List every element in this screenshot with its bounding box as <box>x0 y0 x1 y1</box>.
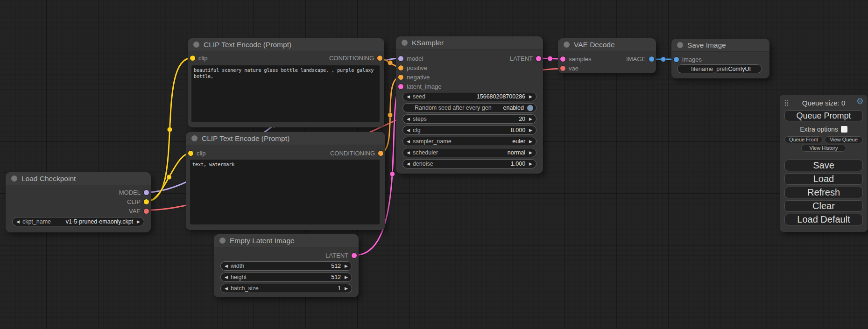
output-port-vae[interactable] <box>144 209 149 214</box>
node-title: CLIP Text Encode (Prompt) <box>204 41 291 49</box>
height-widget[interactable]: ◀ height 512 ▶ <box>220 273 352 282</box>
load-button[interactable]: Load <box>784 173 863 185</box>
width-widget[interactable]: ◀ width 512 ▶ <box>220 261 352 271</box>
node-clip-text-encode-positive[interactable]: CLIP Text Encode (Prompt) clip CONDITION… <box>188 38 384 127</box>
cfg-widget[interactable]: ◀ cfg 8.000 ▶ <box>402 126 536 135</box>
node-title-bar[interactable]: VAE Decode <box>558 38 656 51</box>
extra-options-checkbox[interactable] <box>841 126 847 133</box>
input-port-clip[interactable] <box>188 151 193 156</box>
increment-arrow-icon[interactable]: ▶ <box>529 140 532 144</box>
collapse-dot-icon[interactable] <box>402 40 408 46</box>
positive-prompt-textarea[interactable]: beautiful scenery nature glass bottle la… <box>191 65 380 122</box>
increment-arrow-icon[interactable]: ▶ <box>529 162 532 166</box>
increment-arrow-icon[interactable]: ▶ <box>345 287 348 291</box>
random-seed-widget[interactable]: Random seed after every gen enabled <box>402 103 536 112</box>
node-title-bar[interactable]: Empty Latent Image <box>214 234 359 247</box>
decrement-arrow-icon[interactable]: ◀ <box>407 162 410 166</box>
input-port-vae[interactable] <box>560 66 565 71</box>
collapse-dot-icon[interactable] <box>193 42 199 48</box>
collapse-dot-icon[interactable] <box>191 135 198 141</box>
increment-arrow-icon[interactable]: ▶ <box>529 95 532 99</box>
denoise-widget[interactable]: ◀ denoise 1.000 ▶ <box>402 159 536 168</box>
widget-value: 8.000 <box>511 127 525 133</box>
gear-icon[interactable]: ⚙ <box>856 97 864 105</box>
widget-value: 512 <box>331 263 341 269</box>
queue-prompt-button[interactable]: Queue Prompt <box>784 110 863 121</box>
output-port-model[interactable] <box>144 190 149 195</box>
steps-widget[interactable]: ◀ steps 20 ▶ <box>402 114 536 124</box>
increment-arrow-icon[interactable]: ▶ <box>137 220 140 224</box>
input-port-samples[interactable] <box>560 56 565 62</box>
node-title-bar[interactable]: Load Checkpoint <box>6 172 151 185</box>
input-port-latent-image[interactable] <box>398 84 403 89</box>
load-default-button[interactable]: Load Default <box>784 214 863 225</box>
decrement-arrow-icon[interactable]: ◀ <box>407 151 410 155</box>
output-port-clip[interactable] <box>144 199 149 204</box>
scheduler-widget[interactable]: ◀ scheduler normal ▶ <box>402 148 536 157</box>
random-seed-toggle[interactable] <box>527 105 534 112</box>
node-title: VAE Decode <box>574 41 615 49</box>
node-empty-latent-image[interactable]: Empty Latent Image LATENT ◀ width 512 ▶ … <box>214 234 359 297</box>
widget-label: filename_prefix <box>691 66 728 72</box>
node-title-bar[interactable]: CLIP Text Encode (Prompt) <box>186 132 385 145</box>
input-port-positive[interactable] <box>398 65 403 70</box>
save-button[interactable]: Save <box>784 160 863 171</box>
view-queue-button[interactable]: View Queue <box>825 136 863 143</box>
input-row-negative: negative <box>396 72 543 82</box>
node-title: Save Image <box>687 41 726 49</box>
decrement-arrow-icon[interactable]: ◀ <box>225 275 228 280</box>
collapse-dot-icon[interactable] <box>219 238 226 244</box>
refresh-button[interactable]: Refresh <box>784 187 863 198</box>
node-vae-decode[interactable]: VAE Decode samples vae IMAGE <box>558 38 656 73</box>
input-port-images[interactable] <box>674 57 679 62</box>
widget-label: denoise <box>413 161 433 167</box>
increment-arrow-icon[interactable]: ▶ <box>529 128 532 133</box>
decrement-arrow-icon[interactable]: ◀ <box>16 220 20 224</box>
output-port-latent[interactable] <box>352 253 357 258</box>
node-graph-canvas[interactable]: Load Checkpoint MODEL CLIP VAE ◀ ckpt_na… <box>0 0 868 329</box>
output-port-conditioning[interactable] <box>378 151 383 156</box>
increment-arrow-icon[interactable]: ▶ <box>529 151 532 155</box>
decrement-arrow-icon[interactable]: ◀ <box>407 117 410 121</box>
negative-prompt-textarea[interactable]: text, watermark <box>190 160 380 224</box>
collapse-dot-icon[interactable] <box>677 42 683 48</box>
node-title-bar[interactable]: KSampler <box>396 36 543 49</box>
collapse-dot-icon[interactable] <box>564 42 570 48</box>
node-load-checkpoint[interactable]: Load Checkpoint MODEL CLIP VAE ◀ ckpt_na… <box>6 172 151 232</box>
collapse-dot-icon[interactable] <box>11 175 17 182</box>
output-label: MODEL <box>119 189 141 196</box>
input-port-negative[interactable] <box>398 75 403 80</box>
batch-size-widget[interactable]: ◀ batch_size 1 ▶ <box>220 284 352 293</box>
filename-prefix-widget[interactable]: filename_prefix ComfyUI <box>677 64 762 73</box>
output-row-conditioning: CONDITIONING <box>329 53 384 63</box>
decrement-arrow-icon[interactable]: ◀ <box>225 264 228 268</box>
input-port-model[interactable] <box>398 56 403 61</box>
node-save-image[interactable]: Save Image images filename_prefix ComfyU… <box>671 39 769 78</box>
ckpt-name-widget[interactable]: ◀ ckpt_name v1-5-pruned-emaonly.ckpt ▶ <box>12 217 144 226</box>
clear-button[interactable]: Clear <box>784 200 863 212</box>
increment-arrow-icon[interactable]: ▶ <box>345 264 348 268</box>
input-port-clip[interactable] <box>190 56 195 61</box>
output-port-conditioning[interactable] <box>377 56 382 61</box>
increment-arrow-icon[interactable]: ▶ <box>345 275 348 280</box>
widget-label: Random seed after every gen <box>415 105 492 111</box>
decrement-arrow-icon[interactable]: ◀ <box>225 287 228 291</box>
output-port-latent[interactable] <box>536 56 541 61</box>
decrement-arrow-icon[interactable]: ◀ <box>407 140 410 144</box>
widget-value: 20 <box>519 116 525 122</box>
decrement-arrow-icon[interactable]: ◀ <box>407 95 410 99</box>
decrement-arrow-icon[interactable]: ◀ <box>407 128 410 133</box>
node-title: CLIP Text Encode (Prompt) <box>202 134 289 143</box>
view-history-button[interactable]: View History <box>801 145 846 152</box>
widget-label: scheduler <box>413 149 438 156</box>
queue-front-button[interactable]: Queue Front <box>784 136 823 143</box>
node-clip-text-encode-negative[interactable]: CLIP Text Encode (Prompt) clip CONDITION… <box>186 132 385 230</box>
drag-handle-icon[interactable] <box>784 99 789 106</box>
seed-widget[interactable]: ◀ seed 156680208700286 ▶ <box>402 92 536 101</box>
node-ksampler[interactable]: KSampler model positive negative latent_… <box>396 36 543 174</box>
sampler-name-widget[interactable]: ◀ sampler_name euler ▶ <box>402 137 536 146</box>
increment-arrow-icon[interactable]: ▶ <box>529 117 532 121</box>
node-title-bar[interactable]: CLIP Text Encode (Prompt) <box>188 38 384 51</box>
node-title-bar[interactable]: Save Image <box>671 39 769 52</box>
output-port-image[interactable] <box>649 56 654 62</box>
